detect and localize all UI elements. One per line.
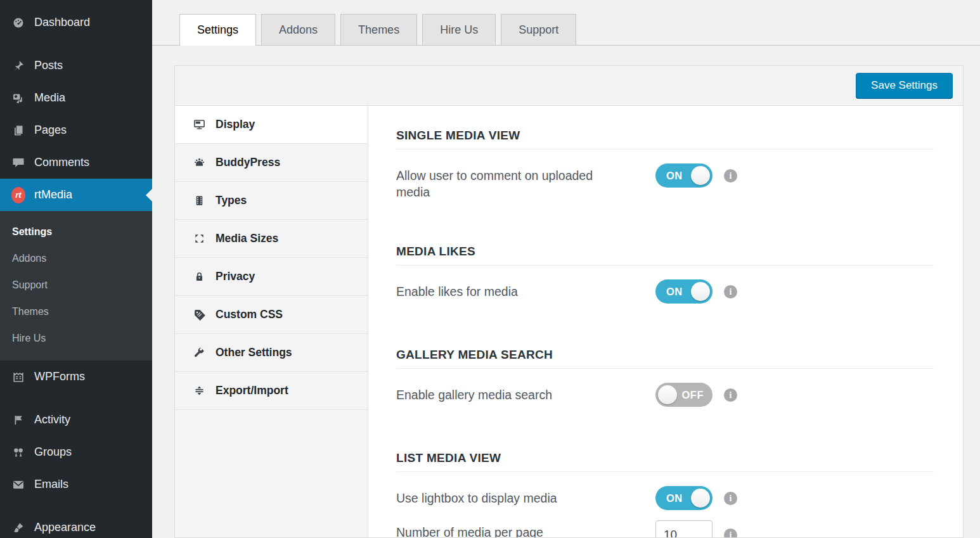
setting-control: ON [655, 163, 737, 188]
sidebar-item-label: Dashboard [34, 16, 90, 29]
admin-sidebar: Dashboard Posts Media Pages Comment [0, 0, 152, 538]
info-icon[interactable] [724, 492, 737, 505]
section-title: MEDIA LIKES [396, 245, 934, 266]
toggle-state-label: ON [666, 486, 683, 510]
dashboard-icon [11, 16, 25, 30]
info-icon[interactable] [724, 528, 737, 538]
info-icon[interactable] [724, 169, 737, 183]
subnav-item-types[interactable]: Types [175, 182, 368, 220]
settings-row: Number of media per page [396, 524, 934, 537]
toggle-switch[interactable]: ON [655, 279, 712, 304]
sidebar-item-label: Posts [34, 59, 63, 72]
section-title: SINGLE MEDIA VIEW [396, 129, 934, 150]
subnav-item-label: Export/Import [216, 384, 288, 397]
sidebar-item-comments[interactable]: Comments [0, 146, 152, 179]
appearance-icon [11, 521, 25, 535]
subnav-item-privacy[interactable]: Privacy [175, 258, 368, 296]
section-media-likes: MEDIA LIKES Enable likes for media ON [396, 245, 934, 304]
toggle-switch[interactable]: ON [655, 486, 712, 510]
sidebar-item-posts[interactable]: Posts [0, 49, 152, 82]
tab-support[interactable]: Support [501, 14, 576, 45]
sidebar-separator [0, 393, 152, 404]
setting-label: Allow user to comment on uploaded media [396, 167, 655, 200]
comments-icon [11, 156, 25, 170]
setting-label: Enable likes for media [396, 283, 655, 300]
toggle-state-label: ON [666, 163, 683, 188]
subnav-item-label: Media Sizes [216, 232, 278, 245]
tab-themes[interactable]: Themes [340, 14, 417, 45]
sidebar-item-label: Pages [34, 124, 67, 137]
sidebar-item-rtmedia[interactable]: rt rtMedia [0, 179, 152, 211]
sidebar-item-emails[interactable]: Emails [0, 468, 152, 501]
subnav-item-label: Privacy [216, 270, 255, 283]
subnav-item-media-sizes[interactable]: Media Sizes [175, 220, 368, 258]
activity-icon [11, 413, 25, 427]
submenu-item-themes[interactable]: Themes [0, 298, 152, 325]
sidebar-item-label: Media [34, 91, 65, 105]
settings-toolbar: Save Settings [174, 65, 964, 106]
section-list-media-view: LIST MEDIA VIEW Use lightbox to display … [396, 451, 934, 537]
rtmedia-icon: rt [11, 188, 25, 202]
section-title: GALLERY MEDIA SEARCH [396, 348, 934, 369]
settings-row: Enable likes for media ON [396, 283, 934, 304]
subnav-item-custom-css[interactable]: Custom CSS [175, 296, 368, 334]
sidebar-item-pages[interactable]: Pages [0, 114, 152, 146]
sort-icon [193, 385, 205, 397]
subnav-item-label: Other Settings [216, 346, 292, 359]
rtmedia-tab-bar: Settings Addons Themes Hire Us Support [152, 0, 980, 46]
wpforms-icon [11, 370, 25, 384]
section-title: LIST MEDIA VIEW [396, 451, 934, 472]
sidebar-item-wpforms[interactable]: WPForms [0, 361, 152, 393]
toggle-knob [691, 489, 710, 508]
subnav-item-export-import[interactable]: Export/Import [175, 372, 368, 410]
info-icon[interactable] [724, 285, 737, 298]
subnav-item-label: BuddyPress [216, 156, 280, 169]
sidebar-item-dashboard[interactable]: Dashboard [0, 6, 152, 39]
sidebar-item-label: rtMedia [34, 188, 72, 202]
resize-icon [193, 233, 205, 245]
toggle-switch[interactable]: ON [655, 163, 712, 188]
subnav-item-label: Display [216, 118, 255, 131]
tab-addons[interactable]: Addons [261, 14, 335, 45]
email-icon [11, 478, 25, 492]
subnav-item-other-settings[interactable]: Other Settings [175, 334, 368, 372]
subnav-item-display[interactable]: Display [175, 106, 368, 144]
main-area: Settings Addons Themes Hire Us Support S… [152, 0, 980, 538]
subnav-item-buddypress[interactable]: BuddyPress [175, 144, 368, 182]
tab-hire-us[interactable]: Hire Us [422, 14, 496, 45]
section-single-media-view: SINGLE MEDIA VIEW Allow user to comment … [396, 129, 934, 200]
tab-settings[interactable]: Settings [179, 14, 256, 46]
setting-label: Number of media per page [396, 524, 655, 537]
wordpress-admin: Dashboard Posts Media Pages Comment [0, 0, 980, 538]
sidebar-item-label: Appearance [34, 521, 96, 534]
save-settings-button[interactable]: Save Settings [856, 73, 953, 98]
sidebar-item-label: WPForms [34, 370, 85, 383]
submenu-item-settings[interactable]: Settings [0, 219, 152, 245]
submenu-item-hire-us[interactable]: Hire Us [0, 325, 152, 352]
sidebar-item-activity[interactable]: Activity [0, 404, 152, 436]
toggle-knob [691, 282, 710, 301]
sidebar-separator [0, 39, 152, 49]
sidebar-item-media[interactable]: Media [0, 82, 152, 114]
groups-icon [11, 445, 25, 459]
info-icon[interactable] [724, 388, 737, 402]
settings-row: Use lightbox to display media ON [396, 490, 934, 510]
sidebar-item-appearance[interactable]: Appearance [0, 511, 152, 538]
sidebar-item-groups[interactable]: Groups [0, 436, 152, 468]
sidebar-item-label: Activity [34, 413, 70, 426]
pages-icon [11, 124, 25, 138]
setting-label: Enable gallery media search [396, 387, 655, 403]
submenu-item-support[interactable]: Support [0, 272, 152, 298]
sidebar-separator [0, 501, 152, 511]
setting-control: OFF [655, 383, 737, 407]
settings-subnav: Display BuddyPress Types [175, 106, 368, 537]
submenu-item-addons[interactable]: Addons [0, 245, 152, 272]
toggle-switch[interactable]: OFF [655, 383, 712, 407]
setting-control: ON [655, 486, 737, 510]
toggle-state-label: OFF [682, 383, 704, 407]
media-per-page-input[interactable] [655, 520, 712, 537]
toggle-state-label: ON [666, 279, 683, 304]
lock-icon [193, 271, 205, 283]
wrench-icon [193, 347, 205, 359]
rtmedia-submenu: Settings Addons Support Themes Hire Us [0, 211, 152, 361]
